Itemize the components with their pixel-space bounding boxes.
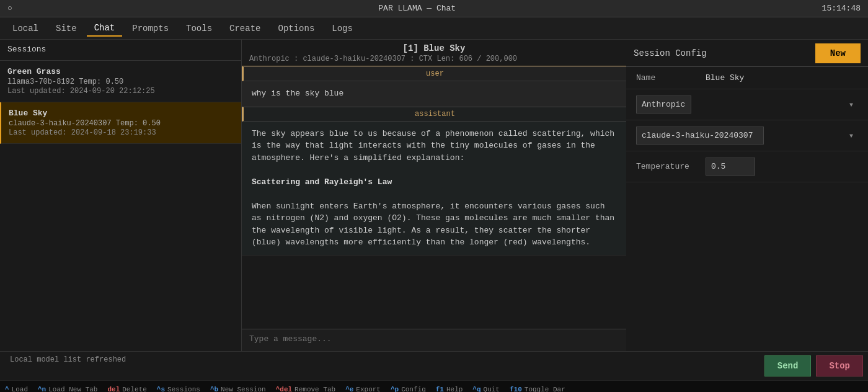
config-name-value: Blue Sky (706, 73, 858, 82)
stop-button[interactable]: Stop (816, 355, 863, 376)
shortcut-label: Help (446, 386, 463, 393)
config-provider-select-wrapper: Anthropic OpenAI Local (636, 96, 858, 114)
menu-bar: Local Site Chat Prompts Tools Create Opt… (0, 17, 868, 40)
session-item-green-grass[interactable]: Green Grass llama3-70b-8192 Temp: 0.50 L… (0, 61, 241, 102)
shortcut-label: Export (356, 386, 381, 393)
shortcut-key: ^del (276, 386, 292, 393)
session-name: Green Grass (7, 67, 234, 76)
status-text: Local model list refreshed (5, 355, 760, 376)
shortcut-label: Delete (122, 386, 147, 393)
shortcut-label: Remove Tab (294, 386, 335, 393)
shortcut-key: ^q (472, 386, 480, 393)
shortcut-key: ^b (210, 386, 218, 393)
config-model-row: claude-3-haiku-20240307 claude-3-opus-20… (626, 120, 868, 151)
chat-header: [1] Blue Sky Anthropic : claude-3-haiku-… (242, 40, 626, 66)
window-title: PAR LLAMA — Chat (378, 4, 456, 13)
menu-chat[interactable]: Chat (87, 20, 123, 37)
config-temperature-row: Temperature (626, 151, 868, 182)
shortcut-help: f1 Help (436, 386, 463, 393)
new-button[interactable]: New (815, 43, 861, 63)
chat-model-info: Anthropic : claude-3-haiku-20240307 : CT… (249, 55, 619, 63)
shortcut-key: ^p (391, 386, 399, 393)
session-updated: Last updated: 2024-09-18 23:19:33 (9, 128, 234, 137)
menu-prompts[interactable]: Prompts (125, 21, 176, 36)
menu-options[interactable]: Options (270, 21, 322, 36)
shortcut-key: f10 (510, 386, 522, 393)
user-message-content: why is the sky blue (242, 81, 626, 106)
chat-input[interactable] (249, 334, 619, 344)
assistant-message-content: The sky appears blue to us because of a … (242, 122, 626, 255)
shortcut-key: ^n (38, 386, 46, 393)
shortcut-label: Toggle Dar (525, 386, 565, 393)
menu-create[interactable]: Create (222, 21, 268, 36)
assistant-message-block: assistant The sky appears blue to us bec… (242, 107, 626, 256)
config-title: Session Config (634, 48, 707, 58)
shortcut-delete: del Delete (107, 386, 146, 393)
config-temperature-label: Temperature (636, 162, 698, 171)
title-bar: ○ PAR LLAMA — Chat 15:14:48 (0, 0, 868, 17)
assistant-label: assistant (242, 107, 626, 122)
shortcut-label: Config (401, 386, 426, 393)
shortcut-load: ^ Load (5, 386, 28, 393)
action-buttons-bar: Local model list refreshed Send Stop (0, 351, 868, 380)
config-name-row: Name Blue Sky (626, 67, 868, 89)
shortcut-label: New Session (221, 386, 266, 393)
shortcut-label: Load (12, 386, 28, 393)
chat-and-config: [1] Blue Sky Anthropic : claude-3-haiku-… (242, 40, 868, 351)
shortcut-toggle-dar: f10 Toggle Dar (510, 386, 565, 393)
config-header-row: Session Config New (626, 40, 868, 67)
shortcut-key: ^e (345, 386, 353, 393)
assistant-text-1: The sky appears blue to us because of a … (252, 128, 616, 164)
chat-input-area (242, 329, 626, 351)
menu-logs[interactable]: Logs (324, 21, 360, 36)
config-model-select[interactable]: claude-3-haiku-20240307 claude-3-opus-20… (636, 127, 764, 145)
config-provider-row: Anthropic OpenAI Local (626, 89, 868, 120)
clock: 15:14:48 (822, 4, 861, 13)
chat-messages: user why is the sky blue assistant The s… (242, 66, 626, 329)
config-panel: Session Config New Name Blue Sky Anthrop… (626, 40, 868, 351)
session-model: llama3-70b-8192 Temp: 0.50 (7, 78, 234, 86)
shortcut-remove-tab: ^del Remove Tab (276, 386, 335, 393)
chat-title: [1] Blue Sky (249, 43, 619, 53)
session-updated: Last updated: 2024-09-20 22:12:25 (7, 87, 234, 96)
send-button[interactable]: Send (764, 355, 812, 376)
shortcut-label: Load New Tab (48, 386, 97, 393)
config-provider-select[interactable]: Anthropic OpenAI Local (636, 96, 691, 114)
config-name-label: Name (636, 73, 698, 82)
main-content: Sessions Green Grass llama3-70b-8192 Tem… (0, 40, 868, 351)
shortcut-key: f1 (436, 386, 444, 393)
shortcut-key: ^ (5, 386, 9, 393)
sessions-header: Sessions (0, 40, 241, 61)
window-icon: ○ (7, 4, 12, 13)
session-model: claude-3-haiku-20240307 Temp: 0.50 (9, 119, 234, 128)
user-label: user (242, 66, 626, 81)
session-name: Blue Sky (9, 109, 234, 118)
shortcut-key: del (107, 386, 120, 393)
assistant-text-2: When sunlight enters Earth's atmosphere,… (252, 200, 616, 249)
menu-site[interactable]: Site (48, 21, 84, 36)
shortcut-config: ^p Config (391, 386, 426, 393)
sessions-panel: Sessions Green Grass llama3-70b-8192 Tem… (0, 40, 242, 351)
shortcut-label: Sessions (167, 386, 200, 393)
config-temperature-input[interactable] (706, 158, 755, 176)
user-message-block: user why is the sky blue (242, 66, 626, 107)
menu-tools[interactable]: Tools (179, 21, 219, 36)
session-item-blue-sky[interactable]: Blue Sky claude-3-haiku-20240307 Temp: 0… (0, 102, 241, 144)
assistant-bold-1: Scattering and Rayleigh's Law (252, 176, 616, 189)
shortcuts-bar: ^ Load ^n Load New Tab del Delete ^s Ses… (0, 380, 868, 392)
shortcut-quit: ^q Quit (472, 386, 500, 393)
chat-column: [1] Blue Sky Anthropic : claude-3-haiku-… (242, 40, 626, 351)
menu-local[interactable]: Local (5, 21, 46, 36)
shortcut-label: Quit (484, 386, 500, 393)
shortcut-sessions: ^s Sessions (157, 386, 200, 393)
config-model-select-wrapper: claude-3-haiku-20240307 claude-3-opus-20… (636, 127, 858, 145)
shortcut-export: ^e Export (345, 386, 381, 393)
shortcut-new-session: ^b New Session (210, 386, 266, 393)
shortcut-load-new-tab: ^n Load New Tab (38, 386, 97, 393)
shortcut-key: ^s (157, 386, 165, 393)
